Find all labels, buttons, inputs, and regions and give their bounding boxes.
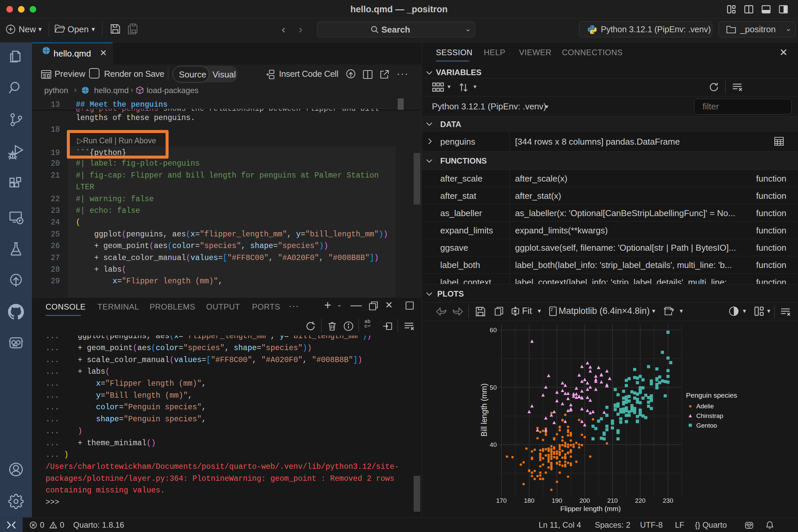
svg-text:Adelie: Adelie (696, 403, 714, 410)
svg-text:180: 180 (524, 497, 535, 504)
svg-text:60: 60 (490, 326, 497, 334)
svg-text:50: 50 (490, 384, 497, 391)
svg-text:200: 200 (580, 497, 590, 504)
svg-text:190: 190 (552, 497, 562, 504)
svg-text:Penguin species: Penguin species (686, 391, 737, 399)
svg-text:210: 210 (607, 497, 618, 504)
svg-text:220: 220 (635, 497, 646, 504)
svg-text:Bill length (mm): Bill length (mm) (480, 383, 489, 437)
svg-text:230: 230 (663, 497, 673, 504)
svg-text:Gentoo: Gentoo (696, 422, 717, 429)
svg-text:Flipper length (mm): Flipper length (mm) (560, 505, 621, 512)
svg-text:Chinstrap: Chinstrap (696, 412, 723, 419)
svg-text:40: 40 (490, 441, 497, 448)
svg-text:170: 170 (496, 497, 507, 504)
